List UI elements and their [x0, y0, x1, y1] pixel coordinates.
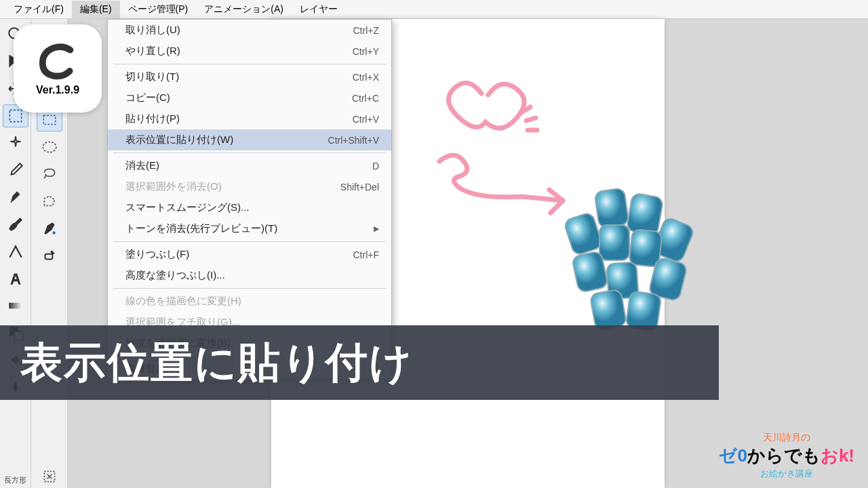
- menu-layer[interactable]: レイヤー: [292, 1, 346, 18]
- subtool-shrink-icon[interactable]: [37, 465, 62, 488]
- menu-item[interactable]: 消去(E)D: [108, 155, 391, 176]
- subtool-polyline-icon[interactable]: [37, 190, 62, 213]
- svg-point-7: [43, 142, 56, 152]
- svg-rect-15: [599, 225, 629, 260]
- menu-shortcut: Ctrl+F: [353, 249, 380, 260]
- tool-eyedropper-icon[interactable]: [3, 159, 28, 182]
- menu-item-label: コピー(C): [125, 92, 170, 104]
- menu-item[interactable]: コピー(C)Ctrl+C: [108, 87, 391, 108]
- subtool-ellipse-marquee-icon[interactable]: [37, 136, 62, 159]
- svg-point-8: [52, 231, 55, 234]
- menu-shortcut: D: [372, 161, 379, 171]
- menu-shortcut: Shift+Del: [340, 182, 379, 192]
- menu-item[interactable]: 取り消し(U)Ctrl+Z: [108, 20, 391, 41]
- subtool-select-pen-icon[interactable]: [37, 217, 62, 240]
- menu-item-label: 選択範囲外を消去(O): [125, 180, 222, 193]
- menu-item-label: スマートスムージング(S)...: [125, 201, 250, 214]
- menu-separator: [113, 64, 386, 64]
- series-line2: ゼ0からでもおk!: [719, 444, 854, 468]
- menu-separator: [113, 241, 386, 242]
- menu-item[interactable]: 切り取り(T)Ctrl+X: [108, 66, 391, 87]
- menu-item[interactable]: やり直し(R)Ctrl+Y: [108, 41, 391, 62]
- tool-label: 長方形: [1, 472, 29, 488]
- menu-item[interactable]: 表示位置に貼り付け(W)Ctrl+Shift+V: [108, 129, 391, 150]
- menu-file[interactable]: ファイル(F): [5, 1, 72, 18]
- menu-item-label: 切り取り(T): [125, 70, 179, 83]
- menu-item: 選択範囲外を消去(O)Shift+Del: [108, 176, 391, 197]
- menu-item-label: やり直し(R): [125, 45, 180, 58]
- heart-arrow-doodle-icon: [420, 75, 610, 224]
- tool-brush-icon[interactable]: [3, 213, 28, 236]
- menu-shortcut: Ctrl+C: [352, 93, 379, 104]
- caption-banner: 表示位置に貼り付け: [0, 325, 719, 400]
- series-line1: 天川詩月の: [719, 432, 854, 444]
- menu-item[interactable]: 貼り付け(P)Ctrl+V: [108, 108, 391, 129]
- menu-item-label: 取り消し(U): [125, 24, 180, 37]
- menu-item-label: 塗りつぶし(F): [125, 248, 189, 261]
- tool-text-icon[interactable]: [3, 267, 28, 290]
- menu-shortcut: Ctrl+Y: [353, 46, 379, 57]
- menu-shortcut: Ctrl+Shift+V: [328, 135, 379, 146]
- svg-rect-6: [43, 116, 55, 125]
- svg-rect-2: [9, 110, 21, 121]
- menu-separator: [113, 152, 386, 153]
- tool-gradient-icon[interactable]: [3, 294, 28, 317]
- submenu-arrow-icon: ▶: [374, 224, 379, 233]
- menu-item[interactable]: 線の色を描画色に変更(H): [108, 291, 391, 312]
- subtool-lasso-icon[interactable]: [37, 163, 62, 186]
- menu-shortcut: Ctrl+V: [353, 114, 379, 125]
- menu-item[interactable]: トーンを消去(先行プレビュー)(T)▶: [108, 218, 391, 239]
- subtool-select-erase-icon[interactable]: [37, 244, 62, 267]
- menu-shortcut: Ctrl+X: [353, 72, 379, 83]
- menu-item-label: 貼り付け(P): [125, 113, 180, 125]
- svg-rect-3: [9, 303, 22, 309]
- series-line3: お絵かき講座: [719, 468, 854, 480]
- menu-edit[interactable]: 編集(E): [72, 1, 120, 18]
- menu-animation[interactable]: アニメーション(A): [196, 1, 292, 18]
- series-logo: 天川詩月の ゼ0からでもおk! お絵かき講座: [719, 432, 854, 480]
- menu-page[interactable]: ページ管理(P): [120, 1, 197, 18]
- app-logo-badge: Ver.1.9.9: [14, 24, 102, 113]
- svg-rect-20: [590, 289, 627, 330]
- menu-item[interactable]: スマートスムージング(S)...: [108, 197, 391, 218]
- menu-item-label: 消去(E): [125, 159, 159, 172]
- clip-studio-logo-icon: [33, 41, 83, 81]
- svg-rect-12: [626, 192, 663, 235]
- menu-shortcut: Ctrl+Z: [353, 25, 380, 36]
- menu-separator: [113, 288, 386, 289]
- menubar: ファイル(F) 編集(E) ページ管理(P) アニメーション(A) レイヤー: [0, 0, 868, 19]
- menu-item-label: トーンを消去(先行プレビュー)(T): [125, 222, 277, 235]
- svg-rect-9: [45, 254, 52, 260]
- version-label: Ver.1.9.9: [36, 84, 79, 96]
- tool-figure-icon[interactable]: [3, 240, 28, 263]
- menu-item-label: 表示位置に貼り付け(W): [125, 134, 233, 146]
- tool-pen-icon[interactable]: [3, 186, 28, 209]
- menu-item-label: 高度な塗りつぶし(I)...: [125, 269, 225, 282]
- menu-item[interactable]: 塗りつぶし(F)Ctrl+F: [108, 244, 391, 265]
- tool-wand-icon[interactable]: [3, 131, 28, 155]
- menu-item-label: 線の色を描画色に変更(H): [125, 295, 241, 308]
- menu-item[interactable]: 高度な塗りつぶし(I)...: [108, 265, 391, 286]
